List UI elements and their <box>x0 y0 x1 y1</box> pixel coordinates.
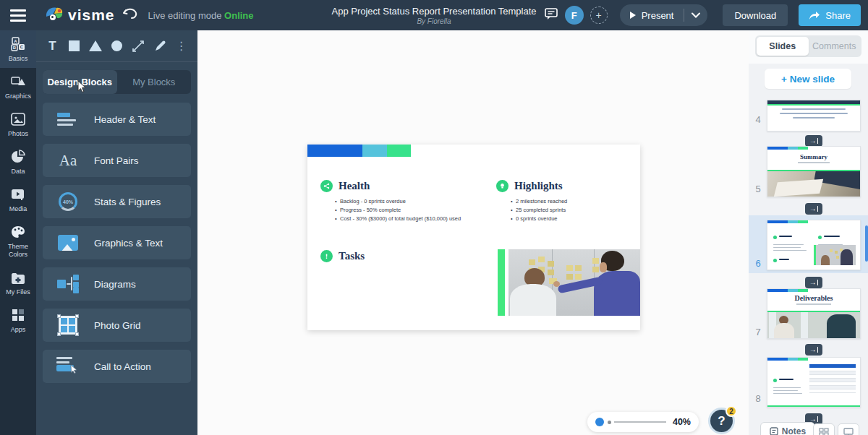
block-font-pairs[interactable]: Aa Font Pairs <box>43 144 191 177</box>
media-icon <box>10 186 26 202</box>
highlights-title: Highlights <box>514 180 563 192</box>
sidebar-item-basics[interactable]: ABC Basics <box>0 30 36 68</box>
color-bar-blue <box>307 145 362 157</box>
grid-view-button[interactable] <box>813 423 835 435</box>
zoom-slider-track[interactable] <box>614 421 666 423</box>
menu-icon[interactable] <box>0 9 36 22</box>
panel-scrollbar[interactable] <box>865 225 868 262</box>
photo-sticky-notes <box>529 259 535 265</box>
zoom-slider[interactable]: 40% <box>587 412 699 432</box>
sidebar-item-apps[interactable]: Apps <box>0 301 36 339</box>
block-graphics-text[interactable]: Graphics & Text <box>43 226 191 259</box>
text-tool[interactable]: T <box>45 38 60 55</box>
transition-button[interactable]: → <box>805 277 822 288</box>
slide-thumbnail-5[interactable]: Summary <box>767 146 861 197</box>
sidebar-item-photos[interactable]: Photos <box>0 105 36 143</box>
share-arrow-icon <box>809 11 820 20</box>
line-arrow-tool[interactable] <box>131 38 146 55</box>
pen-tool[interactable] <box>153 38 168 55</box>
editor-canvas[interactable]: Health Backlog - 0 sprints overdue Progr… <box>197 30 749 435</box>
user-avatar[interactable]: F <box>565 6 584 25</box>
visme-logo[interactable]: visme <box>45 5 115 25</box>
slide-number: 4 <box>753 114 763 125</box>
sidebar-item-data[interactable]: Data <box>0 143 36 181</box>
block-photo-grid[interactable]: Photo Grid <box>43 309 191 342</box>
comments-icon[interactable] <box>545 8 558 23</box>
thumb-color-bar <box>767 147 808 150</box>
svg-text:C: C <box>20 45 24 49</box>
tab-comments[interactable]: Comments <box>809 37 861 56</box>
tasks-section[interactable]: Tasks <box>320 250 465 262</box>
slide-canvas[interactable]: Health Backlog - 0 sprints overdue Progr… <box>307 145 640 330</box>
slide-thumbnail-8[interactable] <box>767 357 861 408</box>
triangle-tool[interactable] <box>88 38 103 55</box>
sidebar-item-theme-colors[interactable]: Theme Colors <box>0 218 36 264</box>
transition-button[interactable]: → <box>805 344 822 356</box>
help-glyph: ? <box>718 414 725 428</box>
more-tools-icon[interactable]: ⋮ <box>174 38 189 55</box>
highlights-icon <box>496 180 509 192</box>
tab-design-blocks[interactable]: Design Blocks <box>43 70 117 94</box>
visme-logo-text: visme <box>68 7 115 24</box>
help-badge: 2 <box>726 405 737 417</box>
design-blocks-panel: T ⋮ Design Blocks My Blocks Header & Tex… <box>36 30 197 435</box>
sidebar-item-media[interactable]: Media <box>0 181 36 218</box>
notes-button[interactable]: Notes <box>760 422 815 435</box>
block-call-to-action[interactable]: Call to Action <box>43 350 191 383</box>
health-bullet: Progress - 50% complete <box>340 206 490 215</box>
slide-thumbnail-7[interactable]: Deliverables <box>767 288 861 339</box>
download-button[interactable]: Download <box>723 4 788 26</box>
present-dropdown-button[interactable] <box>684 4 707 26</box>
monitor-icon <box>843 428 854 435</box>
photos-icon <box>10 111 26 127</box>
slide-number: 8 <box>753 393 763 404</box>
tab-my-blocks[interactable]: My Blocks <box>117 70 192 94</box>
slide-number: 5 <box>753 184 763 194</box>
presenter-view-button[interactable] <box>838 423 859 435</box>
square-tool[interactable] <box>67 38 82 55</box>
slide-thumbnail-6-current[interactable] <box>767 220 861 270</box>
svg-text:B: B <box>13 46 17 50</box>
thumb-color-bar <box>767 358 808 361</box>
tab-slides[interactable]: Slides <box>757 37 809 56</box>
transition-button[interactable]: → <box>805 135 822 147</box>
zoom-slider-handle[interactable] <box>595 418 604 426</box>
data-icon <box>10 149 26 165</box>
play-icon <box>630 12 636 19</box>
health-section[interactable]: Health Backlog - 0 sprints overdue Progr… <box>320 180 490 223</box>
transition-button[interactable]: → <box>805 203 822 215</box>
topbar: visme Live editing mode Online App Proje… <box>0 0 868 30</box>
new-slide-button[interactable]: + New slide <box>765 69 851 89</box>
help-button[interactable]: ? 2 <box>708 408 735 434</box>
block-header-text[interactable]: Header & Text <box>43 103 191 136</box>
zoom-level: 40% <box>673 417 691 427</box>
highlights-section[interactable]: Highlights 2 milestones reached 25 compl… <box>496 180 626 223</box>
zoom-slider-dot <box>608 421 611 424</box>
color-bar-green <box>387 145 411 157</box>
sidebar-item-graphics[interactable]: Graphics <box>0 68 36 105</box>
circle-tool[interactable] <box>109 38 124 55</box>
highlights-bullet: 25 completed sprints <box>516 206 626 215</box>
tasks-icon <box>320 250 333 262</box>
chevron-down-icon <box>692 12 700 18</box>
present-button[interactable]: Present <box>620 4 684 26</box>
slide-number-current: 6 <box>753 258 763 269</box>
add-collaborator-button[interactable]: + <box>590 7 608 24</box>
grid-view-icon <box>819 428 829 435</box>
slide-color-bar[interactable] <box>307 145 411 157</box>
sidebar-item-my-files[interactable]: My Files <box>0 264 36 301</box>
team-photo[interactable] <box>509 249 640 316</box>
share-button[interactable]: Share <box>799 4 861 26</box>
health-icon <box>320 180 333 192</box>
slide-thumbnail-4[interactable] <box>767 100 861 132</box>
block-stats-figures[interactable]: 40% Stats & Figures <box>43 185 191 218</box>
undo-icon[interactable] <box>122 7 138 23</box>
slides-panel: Slides Comments + New slide 4 → 5 Summar… <box>749 30 868 435</box>
thumb-table <box>809 364 856 393</box>
thumb-decor <box>767 405 860 408</box>
notes-icon <box>770 427 778 435</box>
slide-photo-group[interactable] <box>498 249 640 316</box>
health-bullets: Backlog - 0 sprints overdue Progress - 5… <box>320 197 490 223</box>
block-diagrams[interactable]: Diagrams <box>43 267 191 301</box>
shape-toolbar: T ⋮ <box>36 30 197 62</box>
